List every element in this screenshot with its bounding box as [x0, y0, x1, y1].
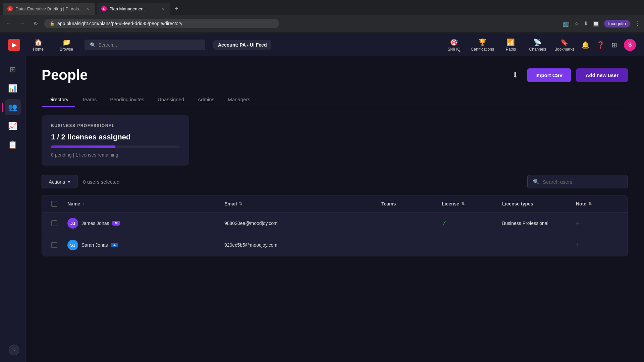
license-bar-container: [51, 145, 180, 148]
row1-checkbox-cell: [47, 215, 63, 232]
row1-checkbox[interactable]: [51, 220, 57, 226]
row1-add-note-icon[interactable]: +: [576, 220, 580, 227]
col-email[interactable]: Email ⇅: [220, 195, 377, 212]
tab1-close[interactable]: ✕: [85, 6, 91, 11]
tab-teams[interactable]: Teams: [75, 93, 103, 107]
nav-browse[interactable]: 📁 Browse: [56, 38, 76, 52]
user-avatar[interactable]: S: [624, 39, 636, 51]
paths-icon: 📶: [506, 38, 515, 46]
license-plan-name: BUSINESS PROFESSIONAL: [51, 123, 180, 128]
row2-role-badge: A: [111, 243, 118, 247]
add-new-user-button[interactable]: Add new user: [576, 68, 628, 82]
page-title: People: [42, 67, 88, 83]
global-search[interactable]: 🔍 Search...: [85, 40, 205, 50]
tab-pending-invites[interactable]: Pending invites: [103, 93, 151, 107]
email-sort-icon: ⇅: [239, 201, 242, 206]
license-sort-icon: ⇅: [461, 201, 465, 206]
top-nav: ▶ 🏠 Home 📁 Browse 🔍 Search... Account: P…: [0, 34, 644, 56]
apps-icon[interactable]: ⊞: [611, 41, 617, 49]
nav-skill-iq[interactable]: 🎯 Skill IQ: [444, 38, 464, 52]
tab2-close[interactable]: ✕: [160, 6, 166, 11]
row2-checkbox-cell: [47, 237, 63, 253]
browse-label: Browse: [60, 47, 73, 52]
browser-tab-2[interactable]: ▶ Plan Management ✕: [97, 3, 170, 15]
row1-license-check-icon: ✓: [442, 220, 447, 227]
sidebar-item-analytics[interactable]: 📊: [5, 80, 21, 97]
help-button[interactable]: ?: [9, 345, 19, 355]
home-icon: 🏠: [34, 38, 43, 46]
browser-tab-1[interactable]: ▶ Data: Executive Briefing | Plurals... …: [3, 3, 95, 15]
select-all-checkbox[interactable]: [51, 201, 57, 207]
search-icon: 🔍: [90, 42, 96, 48]
license-card: BUSINESS PROFESSIONAL 1 / 2 licenses ass…: [42, 115, 189, 166]
url-bar[interactable]: 🔒 app.pluralsight.com/plans/pa-ui-feed-d…: [44, 19, 279, 28]
nav-paths[interactable]: 📶 Paths: [501, 38, 521, 52]
row2-license-type-cell: [498, 240, 572, 250]
col-name-label: Name: [67, 201, 80, 206]
incognito-button[interactable]: Incognito: [604, 20, 630, 27]
col-teams[interactable]: Teams: [377, 195, 438, 212]
download-icon[interactable]: ⬇: [584, 20, 588, 27]
nav-home[interactable]: 🏠 Home: [28, 38, 48, 52]
row2-note-cell: +: [572, 236, 622, 254]
table-row: SJ Sarah Jonas A 920ec5b5@moodjoy.com +: [42, 234, 628, 256]
import-csv-button[interactable]: Import CSV: [527, 68, 571, 82]
tab-admins[interactable]: Admins: [191, 93, 221, 107]
help-nav-icon[interactable]: ❓: [596, 41, 605, 49]
nav-channels[interactable]: 📡 Channels: [528, 38, 548, 52]
sidebar-item-reports[interactable]: 📈: [5, 118, 21, 134]
nav-bookmarks[interactable]: 🔖 Bookmarks: [554, 38, 575, 52]
row1-license-cell: ✓: [438, 214, 498, 232]
search-placeholder: Search...: [98, 42, 117, 48]
nav-certifications[interactable]: 🏆 Certifications: [471, 38, 494, 52]
tab-directory[interactable]: Directory: [42, 93, 75, 107]
channels-label: Channels: [529, 47, 546, 52]
back-button[interactable]: ←: [4, 19, 13, 28]
row2-add-note-icon[interactable]: +: [576, 241, 580, 249]
sidebar-item-dashboard[interactable]: ⊞: [5, 62, 21, 78]
search-users-input[interactable]: [543, 179, 622, 185]
browser-chrome: ▶ Data: Executive Briefing | Plurals... …: [0, 0, 644, 34]
bookmark-star-icon[interactable]: ☆: [574, 20, 579, 27]
col-note[interactable]: Note ⇅: [572, 195, 622, 212]
download-button[interactable]: ⬇: [508, 68, 522, 82]
bookmarks-label: Bookmarks: [554, 47, 575, 52]
row2-name-cell: SJ Sarah Jonas A: [63, 234, 220, 256]
row2-avatar: SJ: [67, 240, 78, 250]
sidebar-item-people[interactable]: 👥: [5, 99, 21, 115]
table-header: Name ↑ Email ⇅ Teams License ⇅: [42, 195, 628, 213]
dashboard-icon: ⊞: [10, 65, 16, 74]
forward-button[interactable]: →: [17, 19, 27, 28]
col-checkbox[interactable]: [47, 195, 63, 212]
main-content: People ⬇ Import CSV Add new user Directo…: [25, 56, 644, 362]
row2-teams-cell: [377, 240, 438, 250]
sidebar-item-documents[interactable]: 📋: [5, 137, 21, 153]
lock-icon: 🔒: [50, 21, 55, 26]
row1-email-cell: 988020ea@moodjoy.com: [220, 215, 377, 231]
tab1-favicon: ▶: [7, 6, 13, 11]
notifications-icon[interactable]: 🔔: [581, 41, 590, 49]
search-users-field[interactable]: 🔍: [527, 175, 628, 188]
page-header: People ⬇ Import CSV Add new user: [42, 67, 628, 83]
browse-icon: 📁: [62, 38, 71, 46]
col-name[interactable]: Name ↑: [63, 195, 220, 212]
col-email-label: Email: [224, 201, 237, 206]
pluralsight-logo[interactable]: ▶: [8, 39, 20, 51]
cast-icon[interactable]: 📺: [563, 20, 570, 27]
col-license-label: License: [442, 201, 459, 206]
col-license-types[interactable]: License types: [498, 195, 572, 212]
table-row: JJ James Jonas M 988020ea@moodjoy.com ✓ …: [42, 213, 628, 234]
row1-note-cell: +: [572, 214, 622, 233]
home-label: Home: [33, 47, 44, 52]
menu-icon[interactable]: ⋮: [635, 20, 640, 27]
tab2-label: Plan Management: [109, 6, 145, 11]
new-tab-button[interactable]: +: [172, 4, 181, 13]
reload-button[interactable]: ↻: [31, 19, 40, 28]
actions-button[interactable]: Actions ▾: [42, 175, 77, 188]
row2-license-cell: [438, 240, 498, 250]
extensions-icon[interactable]: 🔲: [593, 20, 599, 27]
tab-unassigned[interactable]: Unassigned: [151, 93, 191, 107]
row2-checkbox[interactable]: [51, 242, 57, 248]
tab-managers[interactable]: Managers: [221, 93, 257, 107]
col-license[interactable]: License ⇅: [438, 195, 498, 212]
